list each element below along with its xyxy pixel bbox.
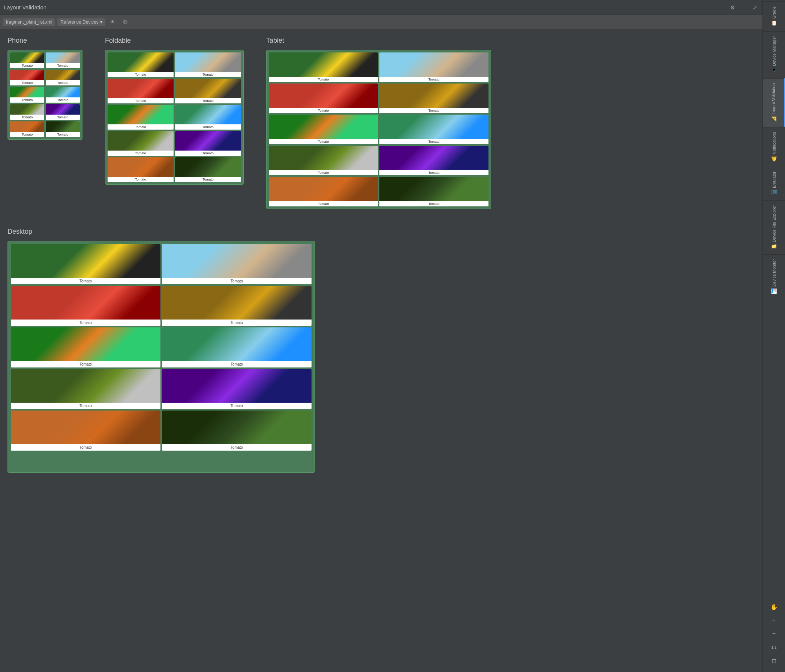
- item-text: Tomato: [46, 132, 80, 137]
- list-item: Tomato: [162, 327, 311, 368]
- desktop-section: Desktop Tomato Tomato Tomato: [8, 228, 755, 473]
- item-text: Tomato: [11, 444, 161, 451]
- file-label: fragment_plant_list.xml: [3, 18, 55, 26]
- item-text: Tomato: [269, 108, 378, 113]
- foldable-section: Foldable Tomato Tomato Tomato: [105, 37, 244, 185]
- list-item: Tomato: [379, 146, 488, 175]
- item-image: [10, 104, 44, 115]
- app-title: Layout Validation: [4, 4, 729, 11]
- list-item: Tomato: [108, 157, 174, 182]
- tablet-section: Tablet Tomato Tomato Tomato: [266, 37, 491, 209]
- list-item: Tomato: [175, 157, 241, 182]
- list-item: Tomato: [108, 105, 174, 129]
- list-item: Tomato: [46, 122, 80, 137]
- item-text: Tomato: [175, 124, 241, 129]
- item-image: [108, 131, 174, 151]
- item-image: [269, 53, 378, 77]
- list-item: Tomato: [379, 115, 488, 144]
- eye-button[interactable]: 👁: [108, 17, 118, 27]
- list-item: Tomato: [269, 146, 378, 175]
- desktop-label: Desktop: [8, 228, 755, 235]
- item-text: Tomato: [175, 72, 241, 77]
- item-text: Tomato: [10, 63, 44, 68]
- list-item: Tomato: [10, 122, 44, 137]
- item-image: [162, 410, 311, 444]
- zoom-level-label: 1:1: [768, 641, 780, 653]
- item-image: [11, 410, 161, 444]
- item-image: [269, 146, 378, 170]
- notifications-icon: 🔔: [771, 156, 777, 162]
- item-text: Tomato: [175, 98, 241, 103]
- sidebar-tab-label: Layout Validation: [771, 83, 776, 115]
- sidebar-tab-device-manager[interactable]: 📱 Device Manager: [763, 31, 785, 78]
- list-item: Tomato: [46, 53, 80, 68]
- desktop-row: Desktop Tomato Tomato Tomato: [8, 228, 755, 473]
- item-image: [175, 105, 241, 124]
- item-text: Tomato: [11, 278, 161, 284]
- desktop-bottom-space: [11, 451, 311, 469]
- list-item: Tomato: [10, 87, 44, 103]
- zoom-out-button[interactable]: −: [768, 628, 780, 640]
- settings-button[interactable]: ⚙: [729, 4, 736, 11]
- item-image: [379, 177, 488, 201]
- item-text: Tomato: [269, 139, 378, 144]
- fit-button[interactable]: ⊡: [768, 655, 780, 667]
- list-item: Tomato: [162, 369, 311, 409]
- sidebar-tab-layout-validation[interactable]: 📐 Layout Validation: [763, 78, 785, 127]
- item-image: [379, 53, 488, 77]
- sidebar-tab-grade[interactable]: 📋 Gradle: [763, 2, 785, 31]
- window-controls: ⚙ — ⤢: [729, 4, 759, 11]
- list-item: Tomato: [46, 70, 80, 86]
- sidebar-tab-label: Gradle: [772, 6, 776, 19]
- item-image: [162, 244, 311, 278]
- item-text: Tomato: [11, 361, 161, 368]
- list-item: Tomato: [11, 327, 161, 368]
- item-image: [11, 327, 161, 361]
- sidebar-tab-notifications[interactable]: 🔔 Notifications: [763, 127, 785, 167]
- foldable-grid: Tomato Tomato Tomato Tomato: [108, 53, 241, 182]
- item-text: Tomato: [10, 115, 44, 120]
- sidebar-tab-label: Device Monitor: [772, 259, 776, 287]
- item-text: Tomato: [108, 72, 174, 77]
- desktop-grid: Tomato Tomato Tomato Tomato: [11, 244, 311, 451]
- item-image: [175, 157, 241, 177]
- list-item: Tomato: [175, 53, 241, 77]
- item-text: Tomato: [108, 98, 174, 103]
- item-text: Tomato: [11, 320, 161, 326]
- item-text: Tomato: [269, 170, 378, 175]
- grade-icon: 📋: [771, 20, 777, 27]
- reference-devices-dropdown[interactable]: Reference Devices ▾: [57, 18, 105, 26]
- item-image: [10, 122, 44, 132]
- zoom-in-button[interactable]: +: [768, 614, 780, 626]
- item-text: Tomato: [162, 403, 311, 409]
- sidebar-tab-device-monitor[interactable]: 📊 Device Monitor: [763, 254, 785, 299]
- list-item: Tomato: [269, 84, 378, 113]
- tablet-grid: Tomato Tomato Tomato Tomato: [269, 53, 488, 206]
- item-text: Tomato: [10, 97, 44, 103]
- sidebar-tab-emulator[interactable]: 📺 Emulator: [763, 167, 785, 200]
- list-item: Tomato: [175, 131, 241, 156]
- item-text: Tomato: [162, 320, 311, 326]
- item-image: [108, 157, 174, 177]
- right-sidebar: 📋 Gradle 📱 Device Manager 📐 Layout Valid…: [763, 0, 785, 672]
- minimize-button[interactable]: —: [740, 4, 747, 11]
- item-image: [108, 79, 174, 98]
- hand-tool-button[interactable]: ✋: [768, 601, 780, 613]
- copy-button[interactable]: ⧉: [120, 17, 131, 27]
- item-image: [11, 244, 161, 278]
- top-device-row: Phone Tomato Tomato Tomato: [8, 37, 755, 209]
- tablet-label: Tablet: [266, 37, 491, 45]
- item-image: [162, 327, 311, 361]
- list-item: Tomato: [162, 410, 311, 451]
- item-text: Tomato: [269, 201, 378, 206]
- device-monitor-icon: 📊: [771, 288, 777, 295]
- tablet-frame: Tomato Tomato Tomato Tomato: [266, 50, 491, 209]
- item-text: Tomato: [46, 63, 80, 68]
- resize-button[interactable]: ⤢: [751, 4, 759, 11]
- item-image: [11, 286, 161, 320]
- sidebar-tab-device-file-explorer[interactable]: 📁 Device File Explorer: [763, 200, 785, 254]
- list-item: Tomato: [175, 105, 241, 129]
- item-image: [46, 53, 80, 63]
- item-text: Tomato: [162, 361, 311, 368]
- main-content: Phone Tomato Tomato Tomato: [0, 29, 763, 672]
